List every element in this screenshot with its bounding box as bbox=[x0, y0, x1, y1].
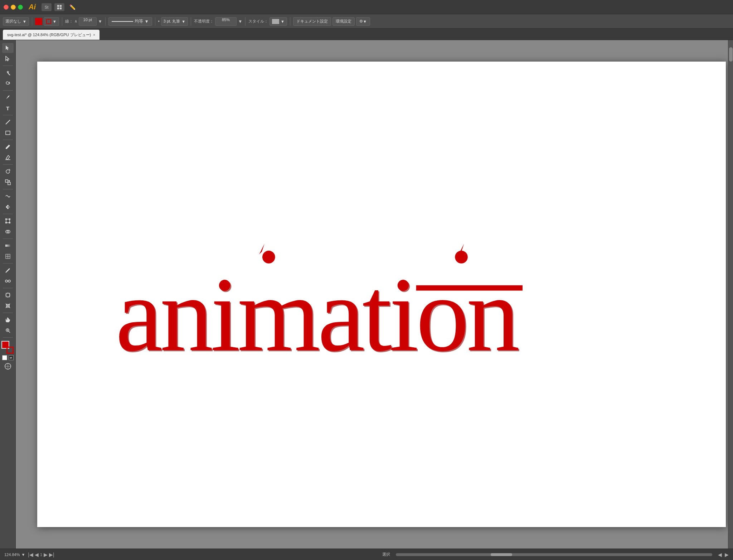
stroke-label: 線： bbox=[65, 19, 73, 24]
document-tab[interactable]: svg-test.ai* @ 124.84% (RGB/GPU プレビュー) × bbox=[3, 30, 99, 40]
more-chevron: ▼ bbox=[363, 19, 367, 24]
canvas-area: animation animation bbox=[16, 40, 733, 549]
swap-swatch[interactable]: ⇄ bbox=[9, 355, 14, 360]
pen-tool[interactable] bbox=[2, 92, 14, 102]
stroke-line-preview bbox=[112, 21, 133, 22]
library-icon[interactable]: St bbox=[42, 3, 52, 11]
artboard-tool[interactable] bbox=[2, 290, 14, 300]
tool-separator-9 bbox=[3, 263, 13, 264]
color-section: ▼ bbox=[35, 17, 59, 26]
color-mode-btn[interactable] bbox=[3, 362, 13, 371]
selection-label: 選択なし bbox=[5, 19, 21, 24]
hand-tool[interactable] bbox=[2, 315, 14, 325]
stroke-width-input[interactable]: 10 pt bbox=[79, 17, 97, 26]
tool-separator-12 bbox=[3, 337, 13, 338]
divider-6 bbox=[245, 17, 246, 26]
color-swatch-area bbox=[1, 341, 14, 354]
free-transform-tool[interactable] bbox=[2, 216, 14, 226]
divider-7 bbox=[290, 17, 290, 26]
stroke-color-dropdown[interactable]: ▼ bbox=[44, 17, 59, 26]
horizontal-scroll-thumb[interactable] bbox=[491, 553, 512, 556]
eyedropper-tool[interactable] bbox=[2, 265, 14, 275]
scale-tool[interactable] bbox=[2, 177, 14, 187]
maximize-button[interactable] bbox=[18, 5, 23, 10]
style-section: スタイル： ▼ bbox=[248, 17, 287, 26]
brush-dropdown[interactable]: 3 pt. 丸筆 ▼ bbox=[161, 17, 188, 26]
divider-2 bbox=[62, 17, 62, 26]
eraser-tool[interactable] bbox=[2, 153, 14, 163]
close-button[interactable] bbox=[4, 5, 9, 10]
page-nav: |◀ ◀ 1 ▶ ▶| bbox=[28, 552, 54, 557]
svg-line-36 bbox=[9, 331, 10, 333]
minimize-button[interactable] bbox=[11, 5, 16, 10]
page-prev-button[interactable]: ◀ bbox=[35, 552, 39, 557]
stroke-chevron-icon: ▼ bbox=[98, 19, 102, 24]
selection-dropdown[interactable]: 選択なし ▼ bbox=[3, 17, 29, 26]
blend-tool[interactable] bbox=[2, 276, 14, 286]
warp-tool[interactable] bbox=[2, 191, 14, 201]
horizontal-scrollbar[interactable] bbox=[396, 553, 712, 556]
slice-tool[interactable] bbox=[2, 301, 14, 311]
none-swatch[interactable] bbox=[2, 355, 7, 360]
svg-rect-10 bbox=[5, 180, 8, 182]
fill-color-swatch[interactable] bbox=[35, 18, 42, 25]
rotate-tool[interactable] bbox=[2, 166, 14, 177]
type-tool[interactable]: T bbox=[2, 103, 14, 113]
more-settings-button[interactable]: ⚙ ▼ bbox=[356, 17, 370, 26]
traffic-lights bbox=[4, 5, 23, 10]
svg-rect-8 bbox=[6, 131, 10, 135]
tool-separator-8 bbox=[3, 238, 13, 239]
env-settings-button[interactable]: 環境設定 bbox=[332, 17, 355, 26]
opacity-input[interactable]: 85% bbox=[215, 17, 237, 26]
svg-rect-44 bbox=[416, 285, 523, 291]
zoom-control[interactable]: 124.84% ▼ bbox=[4, 552, 25, 557]
tool-separator-2 bbox=[3, 90, 13, 91]
title-bar: Ai St ✏️ bbox=[0, 0, 733, 14]
page-first-button[interactable]: |◀ bbox=[28, 552, 33, 557]
direct-select-tool[interactable] bbox=[2, 54, 14, 64]
selection-tool[interactable] bbox=[2, 43, 14, 53]
svg-point-27 bbox=[8, 280, 10, 282]
scroll-left-button[interactable]: ◀ bbox=[718, 552, 722, 557]
vertical-scroll-thumb[interactable] bbox=[729, 47, 733, 62]
mesh-tool[interactable] bbox=[2, 251, 14, 261]
stroke-style-label: 均等 bbox=[135, 18, 143, 24]
tab-close-button[interactable]: × bbox=[93, 33, 95, 37]
shape-builder-tool[interactable] bbox=[2, 227, 14, 237]
svg-rect-1 bbox=[60, 5, 62, 6]
opacity-label: 不透明度： bbox=[194, 19, 214, 24]
page-last-button[interactable]: ▶| bbox=[49, 552, 54, 557]
svg-rect-0 bbox=[57, 5, 59, 6]
svg-text:animation: animation bbox=[116, 255, 520, 373]
scroll-right-button[interactable]: ▶ bbox=[725, 552, 729, 557]
grid-view-icon[interactable] bbox=[54, 3, 64, 11]
page-next-button[interactable]: ▶ bbox=[44, 552, 48, 557]
width-tool[interactable] bbox=[2, 202, 14, 212]
svg-point-26 bbox=[5, 280, 8, 282]
gradient-tool[interactable] bbox=[2, 241, 14, 251]
brush-chevron: ▼ bbox=[181, 19, 185, 24]
stroke-swatch[interactable] bbox=[6, 347, 14, 354]
svg-rect-3 bbox=[60, 7, 62, 9]
zoom-tool[interactable] bbox=[2, 325, 14, 335]
line-tool[interactable] bbox=[2, 117, 14, 127]
brush-title-icon[interactable]: ✏️ bbox=[67, 3, 77, 11]
lasso-tool[interactable] bbox=[2, 78, 14, 88]
animation-artwork: animation animation bbox=[89, 222, 674, 382]
app-logo: Ai bbox=[29, 3, 36, 11]
selection-section: 選択なし ▼ bbox=[3, 17, 29, 26]
rect-tool[interactable] bbox=[2, 128, 14, 138]
pencil-tool[interactable] bbox=[2, 142, 14, 152]
tab-title: svg-test.ai* @ 124.84% (RGB/GPU プレビュー) bbox=[7, 32, 91, 38]
stroke-section: 線： ∧ 10 pt ▼ bbox=[65, 17, 102, 26]
type-icon: T bbox=[6, 105, 9, 111]
stroke-dropdown-chevron: ▼ bbox=[53, 19, 57, 24]
stroke-style-dropdown[interactable]: 均等 ▼ bbox=[108, 17, 152, 26]
vertical-scrollbar[interactable] bbox=[728, 40, 733, 549]
page-number: 1 bbox=[40, 552, 42, 557]
tool-separator-3 bbox=[3, 115, 13, 115]
style-dropdown[interactable]: ▼ bbox=[270, 17, 287, 26]
doc-settings-button[interactable]: ドキュメント設定 bbox=[293, 17, 331, 26]
svg-point-25 bbox=[5, 272, 6, 273]
magic-wand-tool[interactable] bbox=[2, 68, 14, 78]
